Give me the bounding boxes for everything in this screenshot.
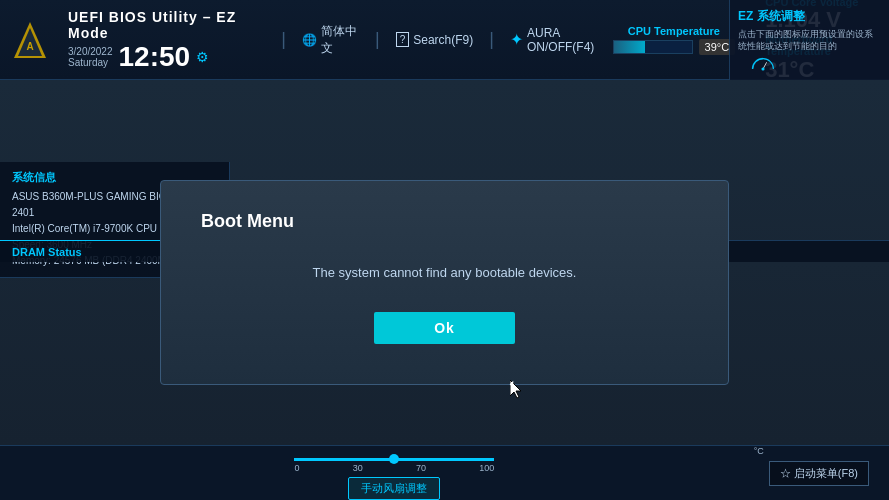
globe-icon: 🌐 [302,33,317,47]
date-text: 3/20/2022 Saturday [68,46,113,68]
ok-button[interactable]: Ok [374,312,515,344]
fan-slider-handle[interactable] [389,454,399,464]
aura-icon: ✦ [510,30,523,49]
dram-label: DRAM Status [12,246,82,258]
nav-items: | 🌐 简体中文 | ? Search(F9) | ✦ AURA ON/OFF(… [281,23,612,57]
logo-area: A [10,20,58,60]
dialog-title: Boot Menu [201,211,294,232]
boot-menu-dialog: Boot Menu The system cannot find any boo… [160,180,729,385]
cpu-temp-bar [613,40,693,54]
time-display: 12:50 [119,43,191,71]
fan-slider-wrap: 0 30 70 100 [294,458,494,473]
ez-panel-description: 点击下面的图标应用预设置的设系统性能或达到节能的目的 [738,29,881,52]
gauge-icon [738,56,788,72]
nav-divider-1: | [281,29,286,50]
svg-text:A: A [26,41,33,52]
ez-panel-title: EZ 系统调整 [738,8,881,25]
boot-menu-button[interactable]: ☆ 启动菜单(F8) [769,461,869,486]
aura-toggle[interactable]: ✦ AURA ON/OFF(F4) [510,26,613,54]
svg-point-4 [761,68,764,71]
language-selector[interactable]: 🌐 简体中文 [302,23,359,57]
main-area: 系统信息 ASUS B360M-PLUS GAMING BIOS Ver. 24… [0,80,889,445]
fan-control-section: °C 0 30 70 100 手动风扇调整 [20,446,769,500]
bios-title: UEFI BIOS Utility – EZ Mode [68,9,265,41]
nav-divider-2: | [375,29,380,50]
search-button[interactable]: ? Search(F9) [396,32,474,47]
fan-slider-markers: 0 30 70 100 [294,463,494,473]
ez-system-panel: EZ 系统调整 点击下面的图标应用预设置的设系统性能或达到节能的目的 [729,0,889,80]
cpu-temp-label: CPU Temperature [628,25,720,37]
search-key-icon: ? [396,32,410,47]
dialog-message: The system cannot find any bootable devi… [313,232,577,312]
fan-slider-track[interactable] [294,458,494,461]
header-bar: A UEFI BIOS Utility – EZ Mode 3/20/2022 … [0,0,889,80]
settings-gear-icon[interactable]: ⚙ [196,49,209,65]
asus-logo-icon: A [10,20,50,60]
bottom-bar: °C 0 30 70 100 手动风扇调整 ☆ 启动菜单(F8) [0,445,889,500]
nav-divider-3: | [489,29,494,50]
title-block: UEFI BIOS Utility – EZ Mode 3/20/2022 Sa… [68,9,265,71]
cpu-temperature-panel: CPU Temperature 39°C [613,25,736,55]
cpu-temp-bar-fill [614,41,645,53]
fan-control-button[interactable]: 手动风扇调整 [348,477,440,500]
